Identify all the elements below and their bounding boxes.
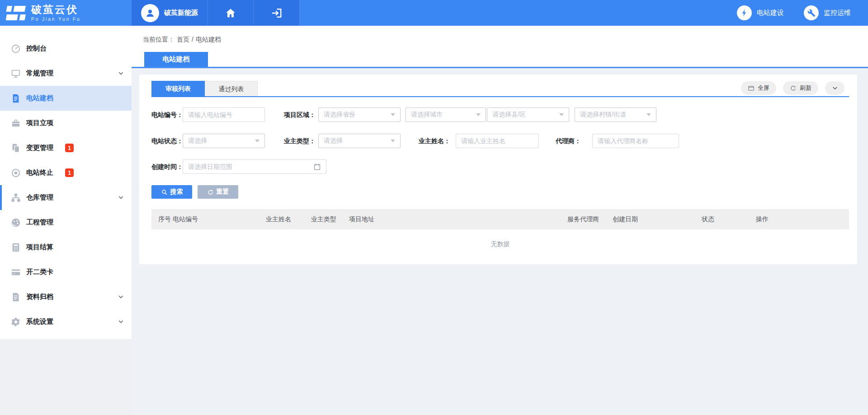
chevron-down-icon xyxy=(118,194,124,201)
refresh-button[interactable]: 刷新 xyxy=(783,81,818,95)
fullscreen-icon xyxy=(748,85,755,92)
caret-down-icon xyxy=(646,113,651,116)
date-range-input[interactable] xyxy=(188,163,311,170)
pages-icon xyxy=(11,143,21,153)
sidebar-item-station-termination[interactable]: 电站终止 1 xyxy=(0,160,132,185)
collapse-panel-button[interactable] xyxy=(825,81,844,95)
wrench-icon xyxy=(804,5,819,20)
caret-down-icon xyxy=(391,113,395,116)
nav-station-build-label: 电站建设 xyxy=(757,9,784,17)
company-name: 破茧新能源 xyxy=(164,9,198,17)
owner-name-input[interactable] xyxy=(461,137,533,145)
station-status-select-value: 请选择 xyxy=(188,137,207,145)
breadcrumb: 当前位置： 首页 / 电站建档 xyxy=(143,36,221,44)
brand-logo: 破茧云伏 Po Jian Yun Fu xyxy=(0,0,132,26)
sidebar-item-label: 资料归档 xyxy=(26,293,53,301)
search-label: 搜索 xyxy=(170,188,183,196)
user-menu[interactable]: 破茧新能源 xyxy=(132,0,208,26)
sidebar-item-data-archive[interactable]: 资料归档 xyxy=(0,284,132,309)
station-no-input-wrap xyxy=(183,107,265,122)
search-icon xyxy=(161,189,168,196)
breadcrumb-home-link[interactable]: 首页 xyxy=(177,36,189,44)
table-header: 序号 电站编号 业主姓名 业主类型 项目地址 服务代理商 创建日期 状态 操作 xyxy=(151,209,849,229)
nav-station-build[interactable]: 电站建设 xyxy=(737,5,784,20)
gear-icon xyxy=(11,317,21,327)
brand-tagline: Po Jian Yun Fu xyxy=(31,17,81,22)
sidebar-item-label: 仓库管理 xyxy=(26,193,53,202)
nav-monitor-ops[interactable]: 监控运维 xyxy=(804,5,851,20)
chevron-down-icon xyxy=(831,84,839,92)
sidebar-item-open-card[interactable]: 开二类卡 xyxy=(0,260,132,284)
agent-input-wrap xyxy=(592,134,679,148)
caret-down-icon xyxy=(255,140,259,142)
province-select[interactable]: 请选择省份 xyxy=(318,107,401,122)
created-time-label: 创建时间： xyxy=(151,159,182,174)
chevron-down-icon xyxy=(118,318,124,325)
sidebar-item-project-initiation[interactable]: 项目立项 xyxy=(0,111,132,135)
archive-document-icon xyxy=(11,292,21,302)
sidebar-item-console[interactable]: 控制台 xyxy=(0,36,132,61)
reset-button[interactable]: 重置 xyxy=(198,185,238,199)
reset-icon xyxy=(207,189,214,196)
tab-passed-list[interactable]: 通过列表 xyxy=(205,81,258,97)
owner-type-select[interactable]: 请选择 xyxy=(318,134,401,148)
date-range-picker[interactable] xyxy=(183,159,326,174)
breadcrumb-separator: / xyxy=(192,36,193,44)
caret-down-icon xyxy=(476,113,481,116)
sidebar-item-label: 电站终止 xyxy=(26,168,53,177)
col-created-date: 创建日期 xyxy=(613,215,702,224)
sidebar-item-label: 项目立项 xyxy=(26,119,53,127)
sidebar-item-general-mgmt[interactable]: 常规管理 xyxy=(0,61,132,86)
county-select[interactable]: 请选择县/区 xyxy=(487,107,569,122)
col-actions: 操作 xyxy=(756,215,849,224)
record-icon xyxy=(11,168,21,178)
sidebar-item-change-mgmt[interactable]: 变更管理 1 xyxy=(0,135,132,160)
owner-name-label: 业主姓名： xyxy=(419,134,449,148)
sidebar-item-station-archive[interactable]: 电站建档 xyxy=(0,86,132,111)
village-select-value: 请选择村镇/街道 xyxy=(580,111,626,119)
briefcase-icon xyxy=(11,118,21,128)
city-select[interactable]: 请选择城市 xyxy=(406,107,486,122)
sidebar-item-system-settings[interactable]: 系统设置 xyxy=(0,309,132,334)
breadcrumb-current: 电站建档 xyxy=(196,36,221,44)
nav-monitor-ops-label: 监控运维 xyxy=(824,9,851,17)
sidebar-item-label: 系统设置 xyxy=(26,317,53,326)
monitor-icon xyxy=(11,69,21,79)
station-no-label: 电站编号： xyxy=(151,107,182,122)
village-select[interactable]: 请选择村镇/街道 xyxy=(575,107,656,122)
province-select-value: 请选择省份 xyxy=(324,111,355,119)
agent-input[interactable] xyxy=(598,137,674,145)
sidebar-item-label: 开二类卡 xyxy=(26,268,53,276)
brand-name: 破茧云伏 xyxy=(31,4,81,15)
agent-label: 代理商： xyxy=(550,134,581,148)
sidebar-item-label: 工程管理 xyxy=(26,218,53,227)
search-button[interactable]: 搜索 xyxy=(151,185,192,199)
tab-review-list[interactable]: 审核列表 xyxy=(151,81,205,97)
sidebar-item-label: 项目结算 xyxy=(26,243,53,252)
owner-name-input-wrap xyxy=(456,134,539,148)
refresh-icon xyxy=(790,85,797,92)
sidebar-item-engineering-mgmt[interactable]: 工程管理 xyxy=(0,210,132,235)
sidebar-item-label: 控制台 xyxy=(26,44,47,53)
notification-badge: 1 xyxy=(65,168,74,177)
station-status-select[interactable]: 请选择 xyxy=(183,134,265,148)
table-empty-state: 无数据 xyxy=(151,229,849,259)
gauge-icon xyxy=(11,44,21,54)
col-station-no: 电站编号 xyxy=(173,215,266,224)
col-index: 序号 xyxy=(151,215,173,224)
chevron-down-icon xyxy=(118,70,124,77)
sidebar-item-project-settlement[interactable]: 项目结算 xyxy=(0,235,132,260)
panel-toolbar: 全屏 刷新 xyxy=(741,81,844,95)
home-button[interactable] xyxy=(208,0,254,26)
app-header: 破茧云伏 Po Jian Yun Fu 破茧新能源 xyxy=(0,0,868,26)
logout-button[interactable] xyxy=(254,0,300,26)
fullscreen-button[interactable]: 全屏 xyxy=(741,81,776,95)
page-tab-station-archive[interactable]: 电站建档 xyxy=(144,52,208,67)
sidebar-item-warehouse-mgmt[interactable]: 仓库管理 xyxy=(0,185,132,210)
station-no-input[interactable] xyxy=(188,111,259,118)
document-icon xyxy=(11,93,21,103)
lightning-icon xyxy=(737,5,752,20)
chevron-down-icon xyxy=(118,294,124,300)
page-top-bar: 当前位置： 首页 / 电站建档 电站建档 xyxy=(132,26,868,67)
home-icon xyxy=(225,7,236,19)
